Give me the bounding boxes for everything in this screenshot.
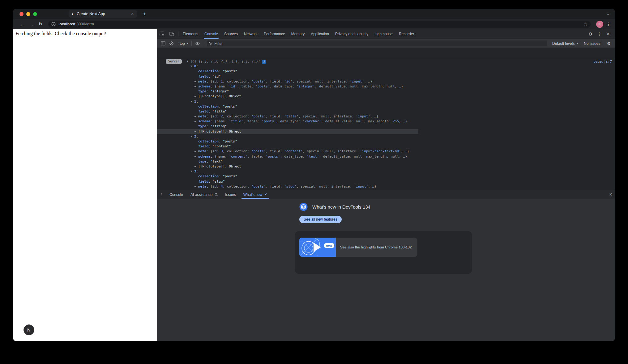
- divider: [177, 41, 177, 46]
- collapsed-triangle-icon[interactable]: ▶: [194, 84, 198, 89]
- console-property-row: type: "string": [157, 124, 615, 129]
- collapsed-triangle-icon[interactable]: ▶: [194, 184, 198, 189]
- console-object-row: ▶schema: {name: 'content', table: 'posts…: [157, 154, 615, 159]
- tab-privacy-security[interactable]: Privacy and security: [332, 29, 371, 39]
- bookmark-star-icon[interactable]: ☆: [583, 22, 587, 27]
- console-index-row: ▼1:: [157, 99, 615, 104]
- tab-lighthouse[interactable]: Lighthouse: [371, 29, 396, 39]
- console-object-row: ▶meta: {id: 1, collection: 'posts', fiel…: [157, 79, 615, 84]
- console-prototype-row: ▶[[Prototype]]: Object: [157, 129, 418, 134]
- browser-tab[interactable]: ▲ Create Next App ✕: [69, 10, 137, 18]
- zoom-window-button[interactable]: [33, 12, 37, 16]
- tab-search-chevron-icon[interactable]: ⌄: [607, 12, 609, 16]
- js-context-selector[interactable]: top▼: [178, 41, 190, 46]
- highlights-card: new See also the highlights from Chrome …: [295, 231, 472, 274]
- back-icon[interactable]: ←: [17, 22, 27, 27]
- tab-strip: ▲ Create Next App ✕ + ⌄: [13, 9, 615, 19]
- drawer-tab-whats-new[interactable]: What's new✕: [240, 190, 271, 199]
- minimize-window-button[interactable]: [26, 12, 30, 16]
- issues-counter[interactable]: No Issues: [583, 41, 601, 46]
- collapsed-triangle-icon[interactable]: ▶: [194, 149, 198, 154]
- console-object-row: ▶schema: {name: 'id', table: 'posts', da…: [157, 84, 615, 89]
- drawer-tab-issues[interactable]: Issues: [221, 190, 240, 199]
- tab-application[interactable]: Application: [308, 29, 332, 39]
- divider: [203, 41, 203, 46]
- console-index-row: ▼0:: [157, 64, 615, 69]
- expand-triangle-icon[interactable]: ▼: [187, 59, 190, 64]
- console-toolbar: top▼ Filter Default levels▼ No Issues: [157, 39, 615, 48]
- expanded-triangle-icon[interactable]: ▼: [190, 64, 194, 69]
- highlights-card-text: See also the highlights from Chrome 130-…: [340, 245, 412, 249]
- reload-icon[interactable]: ↻: [36, 21, 45, 27]
- drawer-tab-ai-assistance[interactable]: AI assistance⚗: [187, 190, 221, 199]
- new-tab-button[interactable]: +: [143, 11, 146, 17]
- video-thumbnail: new: [299, 238, 336, 257]
- devtools-logo-icon: [299, 203, 308, 211]
- url-text: localhost:3000/form: [58, 22, 94, 26]
- filter-funnel-icon: [209, 42, 213, 45]
- drawer-tab-close-icon[interactable]: ✕: [264, 193, 267, 197]
- devtools-tabbar: Elements Console Sources Network Perform…: [157, 29, 615, 39]
- browser-menu-icon[interactable]: ⋮: [606, 22, 611, 27]
- console-index-row: ▼2:: [157, 134, 615, 139]
- inspect-element-icon[interactable]: [157, 32, 167, 36]
- tab-recorder[interactable]: Recorder: [396, 29, 417, 39]
- source-link[interactable]: page.js:7: [593, 59, 612, 64]
- console-settings-gear-icon[interactable]: ⚙: [604, 41, 613, 46]
- devtools-menu-icon[interactable]: ⋮: [595, 32, 604, 36]
- forward-icon[interactable]: →: [27, 22, 36, 27]
- highlights-video-link[interactable]: new See also the highlights from Chrome …: [299, 238, 417, 257]
- default-levels-dropdown[interactable]: Default levels▼: [551, 41, 580, 46]
- console-property-row: collection: "posts": [157, 69, 615, 74]
- collapsed-triangle-icon[interactable]: ▶: [194, 154, 198, 159]
- see-all-features-button[interactable]: See all new features: [299, 216, 342, 223]
- console-log-entry: Server ▼(6) [{…}, {…}, {…}, {…}, {…}, {……: [157, 58, 615, 190]
- site-info-icon[interactable]: [51, 22, 56, 26]
- tab-performance[interactable]: Performance: [261, 29, 288, 39]
- collapsed-triangle-icon[interactable]: ▶: [194, 129, 198, 134]
- tab-elements[interactable]: Elements: [180, 29, 201, 39]
- clear-console-icon[interactable]: [167, 41, 176, 46]
- tab-memory[interactable]: Memory: [288, 29, 308, 39]
- whats-new-panel: What's new in DevTools 134 See all new f…: [157, 199, 615, 341]
- vercel-triangle-icon: ▲: [71, 12, 74, 15]
- collapsed-triangle-icon[interactable]: ▶: [194, 94, 198, 99]
- expanded-triangle-icon[interactable]: ▼: [190, 134, 194, 139]
- console-index-row: ▼3:: [157, 169, 615, 174]
- tab-sources[interactable]: Sources: [221, 29, 241, 39]
- expanded-triangle-icon[interactable]: ▼: [190, 99, 194, 104]
- devtools-close-icon[interactable]: ✕: [604, 32, 613, 36]
- console-prototype-row: ▶[[Prototype]]: Object: [157, 94, 615, 99]
- array-preview: (6) [{…}, {…}, {…}, {…}, {…}, {…}]: [190, 59, 260, 63]
- console-object-row: ▶schema: {name: 'title', table: 'posts',…: [157, 119, 615, 124]
- expanded-triangle-icon[interactable]: ▼: [190, 169, 194, 174]
- info-badge-icon[interactable]: i: [262, 60, 266, 64]
- tab-console[interactable]: Console: [201, 29, 221, 39]
- browser-window: ▲ Create Next App ✕ + ⌄ ← → ↻ localhost:…: [13, 9, 615, 341]
- console-property-row: field: "id": [157, 74, 615, 79]
- close-window-button[interactable]: [19, 12, 23, 16]
- devtools-settings-gear-icon[interactable]: ⚙: [586, 32, 595, 36]
- tab-close-icon[interactable]: ✕: [130, 12, 135, 16]
- profile-avatar[interactable]: K: [596, 21, 603, 28]
- drawer-tabbar: ⋮ Console AI assistance⚗ Issues What's n…: [157, 190, 615, 199]
- drawer-close-icon[interactable]: ✕: [609, 192, 613, 197]
- drawer-menu-icon[interactable]: ⋮: [157, 193, 166, 197]
- collapsed-triangle-icon[interactable]: ▶: [194, 114, 198, 119]
- nextjs-devtools-button[interactable]: N: [23, 324, 34, 335]
- address-bar[interactable]: localhost:3000/form ☆: [48, 21, 591, 28]
- console-property-row: type: "integer": [157, 89, 615, 94]
- tab-network[interactable]: Network: [241, 29, 261, 39]
- console-filter-input[interactable]: Filter: [207, 40, 548, 46]
- console-sidebar-icon[interactable]: [159, 41, 167, 46]
- drawer-tab-console[interactable]: Console: [166, 190, 187, 199]
- live-expression-eye-icon[interactable]: [193, 42, 202, 45]
- collapsed-triangle-icon[interactable]: ▶: [194, 119, 198, 124]
- device-toolbar-icon[interactable]: [167, 32, 177, 36]
- console-property-row: type: "text": [157, 159, 615, 164]
- collapsed-triangle-icon[interactable]: ▶: [194, 79, 198, 84]
- play-icon: [314, 243, 321, 252]
- collapsed-triangle-icon[interactable]: ▶: [194, 164, 198, 169]
- divider: [178, 32, 178, 36]
- browser-toolbar: ← → ↻ localhost:3000/form ☆ K ⋮: [13, 19, 615, 29]
